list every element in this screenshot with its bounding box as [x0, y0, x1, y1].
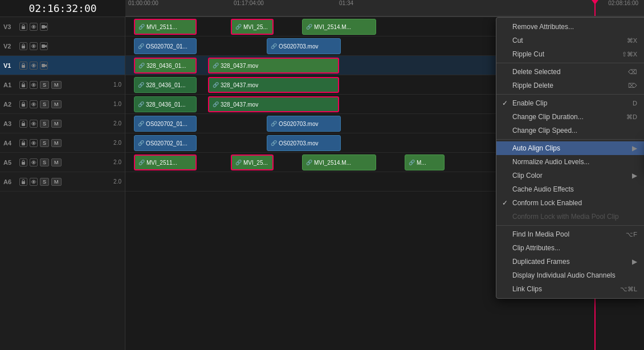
track-lock-a2[interactable]: [19, 100, 27, 108]
menu-item-clip-attributes[interactable]: Clip Attributes...: [496, 241, 644, 255]
track-eye-a2[interactable]: [30, 100, 38, 108]
track-control-v3: V3: [0, 17, 125, 36]
track-eye-v1[interactable]: [30, 62, 38, 70]
menu-item-delete-selected[interactable]: Delete Selected ⌫: [496, 65, 644, 79]
track-eye-a5[interactable]: [30, 158, 38, 166]
menu-item-normalize-audio[interactable]: Normalize Audio Levels...: [496, 155, 644, 169]
track-m-a4[interactable]: M: [51, 139, 62, 147]
track-vol-a4: 2.0: [113, 140, 121, 146]
menu-item-find-media[interactable]: Find In Media Pool ⌥F: [496, 227, 644, 241]
clip-a5-3[interactable]: 🔗MVI_2514.M...: [302, 154, 376, 170]
menu-item-conform-lock[interactable]: ✓ Conform Lock Enabled: [496, 196, 644, 210]
clip-a4-1[interactable]: 🔗OS020702_01...: [134, 135, 197, 151]
track-lock-a5[interactable]: [19, 158, 27, 166]
svg-rect-22: [22, 181, 25, 184]
track-eye-a1[interactable]: [30, 81, 38, 89]
svg-rect-2: [42, 25, 45, 29]
menu-sep-4: [496, 225, 644, 226]
clip-a2-1[interactable]: 🔗328_0436_01...: [134, 96, 197, 112]
svg-rect-8: [22, 65, 25, 68]
track-eye-a4[interactable]: [30, 139, 38, 147]
clip-v3-2[interactable]: 🔗MVI_25...: [231, 19, 274, 35]
track-eye-v3[interactable]: [30, 23, 38, 31]
track-s-a4[interactable]: S: [40, 139, 49, 147]
track-lock-a3[interactable]: [19, 120, 27, 128]
menu-item-remove-attributes[interactable]: Remove Attributes...: [496, 20, 644, 34]
clip-a5-2[interactable]: 🔗MVI_25...: [231, 154, 274, 170]
track-video-v3[interactable]: [40, 23, 48, 31]
svg-rect-20: [22, 162, 25, 165]
track-m-a6[interactable]: M: [51, 178, 62, 186]
track-lock-v3[interactable]: [19, 23, 27, 31]
track-eye-a6[interactable]: [30, 178, 38, 186]
track-s-a3[interactable]: S: [40, 120, 49, 128]
menu-item-ripple-cut[interactable]: Ripple Cut ⇧⌘X: [496, 47, 644, 61]
menu-item-change-duration[interactable]: Change Clip Duration... ⌘D: [496, 110, 644, 124]
track-lock-a4[interactable]: [19, 139, 27, 147]
clip-v3-3[interactable]: 🔗MVI_2514.M...: [302, 19, 376, 35]
menu-item-clip-color[interactable]: Clip Color ▶: [496, 169, 644, 182]
svg-rect-0: [22, 26, 25, 29]
menu-item-ripple-delete[interactable]: Ripple Delete ⌦: [496, 79, 644, 92]
clip-v1-2[interactable]: 🔗328_0437.mov: [208, 58, 339, 74]
track-eye-a3[interactable]: [30, 120, 38, 128]
clip-a1-1[interactable]: 🔗328_0436_01...: [134, 77, 197, 93]
clip-v2-2[interactable]: 🔗OS020703.mov: [267, 38, 341, 54]
clip-a5-4[interactable]: 🔗M...: [405, 154, 445, 170]
track-vol-a3: 2.0: [113, 120, 121, 127]
ruler-mark-1: 01:00:00:00: [128, 0, 158, 6]
svg-rect-4: [22, 46, 25, 48]
track-control-v1: V1: [0, 56, 125, 75]
track-vol-a1: 1.0: [113, 82, 121, 88]
svg-point-5: [32, 45, 35, 47]
track-control-a1: A1 S M 1.0: [0, 75, 125, 95]
menu-item-cache-audio[interactable]: Cache Audio Effects: [496, 182, 644, 196]
svg-rect-16: [22, 123, 25, 126]
menu-item-link-clips[interactable]: Link Clips ⌥⌘L: [496, 282, 644, 296]
menu-item-enable-clip[interactable]: ✓ Enable Clip D: [496, 96, 644, 110]
track-lock-a1[interactable]: [19, 81, 27, 89]
menu-item-change-speed[interactable]: Change Clip Speed...: [496, 124, 644, 137]
clip-a1-2[interactable]: 🔗328_0437.mov: [208, 77, 339, 93]
track-lock-v1[interactable]: [19, 62, 27, 70]
track-m-a5[interactable]: M: [51, 158, 62, 166]
track-controls: V3 V2 V1: [0, 17, 125, 350]
menu-item-cut[interactable]: Cut ⌘X: [496, 34, 644, 47]
track-eye-v2[interactable]: [30, 42, 38, 50]
clip-a3-2[interactable]: 🔗OS020703.mov: [267, 116, 341, 132]
track-label-a2: A2: [3, 101, 17, 108]
track-lock-v2[interactable]: [19, 42, 27, 50]
track-m-a3[interactable]: M: [51, 120, 62, 128]
track-label-v1: V1: [3, 62, 17, 69]
track-label-v3: V3: [3, 23, 17, 30]
track-video-v2[interactable]: [40, 42, 48, 50]
clip-v3-1[interactable]: 🔗MVI_2511...: [134, 19, 197, 35]
timeline-tracks: 🔗MVI_2511... 🔗MVI_25... 🔗MVI_2514.M... 🔗…: [125, 17, 644, 350]
track-s-a1[interactable]: S: [40, 81, 49, 89]
track-s-a5[interactable]: S: [40, 158, 49, 166]
track-lock-a6[interactable]: [19, 178, 27, 186]
track-label-a4: A4: [3, 140, 17, 146]
menu-item-display-audio-channels[interactable]: Display Individual Audio Channels: [496, 268, 644, 282]
svg-rect-14: [22, 104, 25, 107]
svg-marker-3: [45, 25, 47, 28]
track-s-a6[interactable]: S: [40, 178, 49, 186]
menu-item-auto-align[interactable]: Auto Align Clips ▶ Based On Timecode Bas…: [496, 141, 644, 155]
track-m-a2[interactable]: M: [51, 100, 62, 108]
track-video-v1[interactable]: [40, 62, 48, 70]
svg-marker-7: [45, 44, 47, 47]
ruler-mark-4: 02:08:16:00: [608, 0, 638, 6]
timecode-display: 02:16:32:00: [0, 0, 125, 17]
menu-item-duplicated-frames[interactable]: Duplicated Frames ▶: [496, 255, 644, 268]
clip-a4-2[interactable]: 🔗OS020703.mov: [267, 135, 341, 151]
svg-point-17: [32, 123, 35, 125]
track-label-a3: A3: [3, 120, 17, 127]
track-m-a1[interactable]: M: [51, 81, 62, 89]
clip-v2-1[interactable]: 🔗OS020702_01...: [134, 38, 197, 54]
clip-a3-1[interactable]: 🔗OS020702_01...: [134, 116, 197, 132]
track-s-a2[interactable]: S: [40, 100, 49, 108]
clip-a5-1[interactable]: 🔗MVI_2511...: [134, 154, 197, 170]
clip-v1-1[interactable]: 🔗328_0436_01...: [134, 58, 197, 74]
clip-a2-2[interactable]: 🔗328_0437.mov: [208, 96, 339, 112]
ruler-mark-2: 01:17:04:00: [234, 0, 264, 6]
